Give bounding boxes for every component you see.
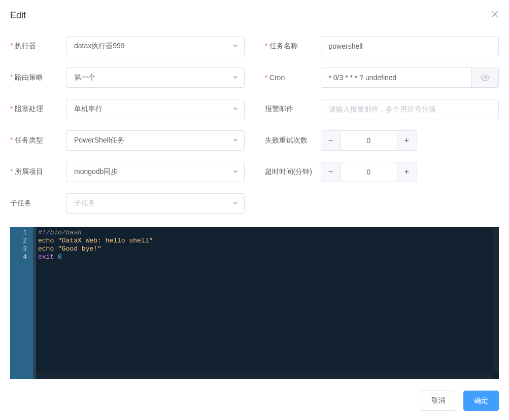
field-project: 所属项目 mongodb同步 bbox=[10, 162, 245, 182]
select-task-type[interactable]: PowerShell任务 bbox=[66, 130, 245, 151]
select-route-value: 第一个 bbox=[74, 73, 95, 82]
dialog-footer: 取消 确定 bbox=[0, 384, 509, 420]
editor-scrollbar-vertical[interactable] bbox=[493, 227, 499, 373]
form-col-right: 任务名称 Cron bbox=[265, 36, 499, 225]
retry-decrement-button[interactable]: − bbox=[321, 130, 341, 151]
select-executor[interactable]: datax执行器999 bbox=[66, 36, 245, 56]
editor-gutter: 1 2 3 4 bbox=[10, 227, 33, 379]
label-alert-email: 报警邮件 bbox=[265, 104, 321, 114]
label-retry: 失败重试次数 bbox=[265, 136, 321, 145]
timeout-value[interactable]: 0 bbox=[341, 162, 397, 182]
form-grid: 执行器 datax执行器999 路由策略 第一个 bbox=[10, 36, 499, 225]
close-button[interactable] bbox=[491, 10, 499, 20]
plus-icon: + bbox=[404, 136, 409, 145]
label-project: 所属项目 bbox=[10, 167, 66, 177]
select-project[interactable]: mongodb同步 bbox=[66, 162, 245, 182]
field-executor: 执行器 datax执行器999 bbox=[10, 36, 245, 56]
editor-scrollbar-horizontal[interactable] bbox=[36, 373, 493, 379]
input-task-name[interactable] bbox=[321, 36, 499, 56]
code-token: echo bbox=[38, 245, 54, 253]
stepper-timeout: − 0 + bbox=[321, 162, 417, 182]
label-block: 阻塞处理 bbox=[10, 104, 66, 114]
label-timeout: 超时时间(分钟) bbox=[265, 167, 321, 177]
code-editor[interactable]: 1 2 3 4 #!/bin/bash echo "DataX Web: hel… bbox=[10, 227, 499, 379]
edit-dialog: Edit 执行器 datax执行器999 路由策略 bbox=[0, 0, 509, 420]
minus-icon: − bbox=[328, 136, 333, 145]
stepper-retry: − 0 + bbox=[321, 130, 417, 151]
line-number: 3 bbox=[10, 245, 30, 253]
editor-content[interactable]: #!/bin/bash echo "DataX Web: hello shell… bbox=[33, 227, 499, 379]
input-alert-email[interactable] bbox=[321, 99, 499, 119]
label-executor: 执行器 bbox=[10, 42, 66, 51]
minus-icon: − bbox=[328, 167, 333, 177]
select-sub-task[interactable]: 子任务 bbox=[66, 193, 245, 214]
code-token: echo bbox=[38, 237, 54, 244]
label-route: 路由策略 bbox=[10, 73, 66, 82]
line-number: 4 bbox=[10, 253, 30, 261]
field-timeout: 超时时间(分钟) − 0 + bbox=[265, 162, 499, 182]
dialog-title: Edit bbox=[10, 10, 26, 21]
dialog-header: Edit bbox=[0, 0, 509, 26]
timeout-increment-button[interactable]: + bbox=[397, 162, 417, 182]
gutter-stripe bbox=[33, 227, 36, 379]
svg-point-0 bbox=[484, 76, 486, 79]
field-cron: Cron bbox=[265, 67, 499, 88]
cron-preview-button[interactable] bbox=[471, 67, 499, 88]
label-task-name: 任务名称 bbox=[265, 42, 321, 51]
code-token: "Good bye!" bbox=[58, 245, 101, 253]
field-sub-task: 子任务 子任务 bbox=[10, 193, 245, 214]
code-token: "DataX Web: hello shell" bbox=[58, 237, 153, 244]
timeout-decrement-button[interactable]: − bbox=[321, 162, 341, 182]
code-token: 0 bbox=[58, 253, 62, 261]
label-task-type: 任务类型 bbox=[10, 136, 66, 145]
field-retry: 失败重试次数 − 0 + bbox=[265, 130, 499, 151]
label-cron: Cron bbox=[265, 74, 321, 82]
confirm-button[interactable]: 确定 bbox=[463, 391, 499, 411]
select-project-value: mongodb同步 bbox=[74, 167, 118, 177]
label-sub-task: 子任务 bbox=[10, 199, 66, 208]
select-task-type-value: PowerShell任务 bbox=[74, 136, 124, 145]
field-route: 路由策略 第一个 bbox=[10, 67, 245, 88]
code-token: exit bbox=[38, 253, 54, 261]
close-icon bbox=[491, 10, 499, 18]
line-number: 2 bbox=[10, 237, 30, 245]
input-cron[interactable] bbox=[321, 67, 472, 88]
retry-value[interactable]: 0 bbox=[341, 130, 397, 151]
field-alert-email: 报警邮件 bbox=[265, 99, 499, 119]
select-executor-value: datax执行器999 bbox=[74, 42, 125, 51]
field-task-type: 任务类型 PowerShell任务 bbox=[10, 130, 245, 151]
form-col-left: 执行器 datax执行器999 路由策略 第一个 bbox=[10, 36, 245, 225]
line-number: 1 bbox=[10, 229, 30, 237]
select-route[interactable]: 第一个 bbox=[66, 67, 245, 88]
cancel-button[interactable]: 取消 bbox=[421, 391, 456, 411]
field-block: 阻塞处理 单机串行 bbox=[10, 99, 245, 119]
field-task-name: 任务名称 bbox=[265, 36, 499, 56]
plus-icon: + bbox=[404, 167, 409, 177]
code-token: #!/bin/bash bbox=[38, 229, 82, 236]
eye-icon bbox=[481, 75, 490, 81]
retry-increment-button[interactable]: + bbox=[397, 130, 417, 151]
select-sub-task-placeholder: 子任务 bbox=[74, 199, 95, 208]
select-block-value: 单机串行 bbox=[74, 104, 103, 114]
select-block[interactable]: 单机串行 bbox=[66, 99, 245, 119]
dialog-body: 执行器 datax执行器999 路由策略 第一个 bbox=[0, 26, 509, 379]
